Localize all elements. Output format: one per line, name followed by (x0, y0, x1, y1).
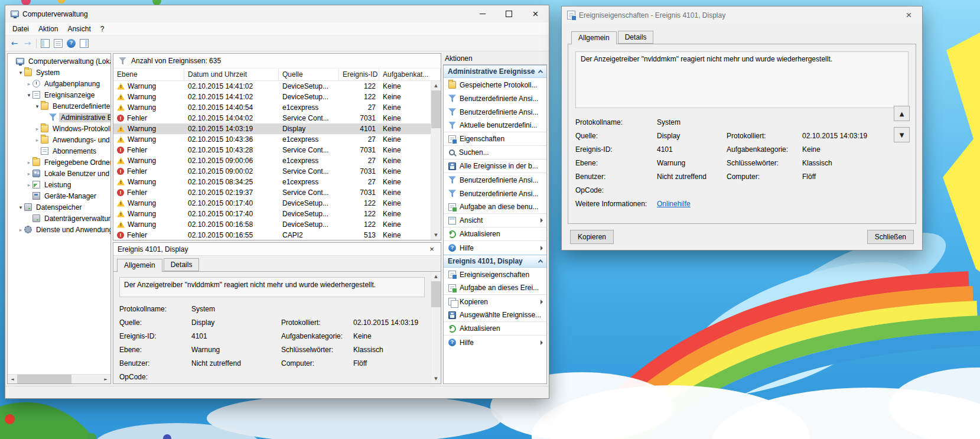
show-action-pane-icon[interactable] (80, 39, 89, 48)
expander-icon[interactable] (34, 103, 41, 109)
action-item[interactable]: Ausgewählte Ereignisse... (444, 308, 546, 322)
horizontal-scrollbar[interactable]: ◄ ► (8, 374, 110, 383)
titlebar[interactable]: Computerverwaltung (5, 5, 549, 22)
expander-icon[interactable] (34, 126, 41, 132)
expander-icon[interactable] (34, 137, 41, 143)
expander-icon[interactable] (25, 171, 32, 177)
expander-icon[interactable] (17, 227, 24, 233)
event-row[interactable]: Fehler 02.10.2015 10:43:28 Service Cont.… (113, 145, 431, 155)
desktop-icon[interactable] (5, 414, 15, 424)
action-item[interactable]: Aufgabe an dieses Erei... (444, 281, 546, 295)
tab-details[interactable]: Details (164, 258, 200, 271)
action-item[interactable]: Benutzerdefinierte Ansi... (444, 92, 546, 105)
action-item[interactable]: Hilfe (444, 336, 546, 349)
close-icon[interactable] (896, 6, 922, 24)
menu-item[interactable]: ? (96, 23, 109, 35)
close-button[interactable]: Schließen (867, 230, 914, 244)
expander-icon[interactable] (25, 160, 32, 165)
action-item[interactable]: Kopieren (444, 295, 546, 308)
expander-icon[interactable] (17, 204, 24, 210)
show-console-tree-icon[interactable] (41, 39, 50, 48)
scroll-right-icon[interactable]: ► (101, 375, 110, 384)
column-header-ebene[interactable]: Ebene (113, 69, 184, 80)
action-item[interactable]: Benutzerdefinierte Ansi... (444, 105, 546, 119)
tab-details[interactable]: Details (618, 31, 654, 44)
forward-icon[interactable] (23, 39, 32, 48)
tree-item[interactable]: Benutzerdefinierte A (8, 100, 110, 112)
menu-item[interactable]: Ansicht (63, 23, 95, 35)
vertical-scrollbar[interactable]: ▲ ▼ (431, 81, 441, 240)
tree-item[interactable]: Lokale Benutzer und Gr (8, 168, 110, 179)
expander-icon[interactable] (25, 81, 32, 87)
tree-item[interactable]: Leistung (8, 179, 110, 190)
menu-item[interactable]: Datei (8, 23, 34, 35)
actions-section-header[interactable]: Administrative Ereignisse (444, 65, 546, 78)
vertical-scrollbar[interactable]: ▲ ▼ (431, 272, 441, 383)
column-header-datum[interactable]: Datum und Uhrzeit (184, 69, 279, 80)
export-list-icon[interactable] (54, 39, 63, 48)
minimize-icon[interactable] (469, 5, 496, 22)
scroll-up-icon[interactable]: ▲ (431, 81, 441, 90)
event-row[interactable]: Warnung 02.10.2015 10:43:36 e1cexpress 2… (113, 134, 431, 145)
tree-item[interactable]: Administrative E (8, 112, 110, 123)
action-item[interactable]: Aufgabe an diese benu... (444, 200, 546, 214)
action-item[interactable]: Aktualisieren (444, 322, 546, 336)
event-row[interactable]: Warnung 02.10.2015 14:40:54 e1cexpress 2… (113, 102, 431, 113)
action-item[interactable]: Hilfe (444, 241, 546, 255)
action-item[interactable]: Ereigniseigenschaften (444, 268, 546, 281)
scrollbar-thumb[interactable] (17, 375, 71, 384)
action-item[interactable]: Alle Ereignisse in der b... (444, 160, 546, 173)
titlebar[interactable]: Ereigniseigenschaften - Ereignis 4101, D… (562, 6, 922, 24)
tree-item[interactable]: Abonnements (8, 145, 110, 157)
action-item[interactable]: Gespeicherte Protokoll... (444, 78, 546, 92)
tab-allgemein[interactable]: Allgemein (571, 31, 617, 44)
event-row[interactable]: Warnung 02.10.2015 14:03:19 Display 4101… (113, 123, 431, 134)
scroll-down-icon[interactable]: ▼ (431, 374, 441, 383)
previous-event-button[interactable]: ▲ (894, 106, 910, 121)
expander-icon[interactable] (25, 92, 32, 98)
action-item[interactable]: Ansicht (444, 214, 546, 227)
close-icon[interactable]: × (427, 245, 437, 253)
actions-section-header[interactable]: Ereignis 4101, Display (444, 255, 546, 268)
event-row[interactable]: Warnung 02.10.2015 14:41:02 DeviceSetup.… (113, 92, 431, 102)
action-item[interactable]: Aktualisieren (444, 227, 546, 241)
event-row[interactable]: Warnung 02.10.2015 14:41:02 DeviceSetup.… (113, 81, 431, 92)
tree-item[interactable]: System (8, 67, 110, 78)
tree-item[interactable]: Datenträgerverwaltung (8, 213, 110, 224)
tree-item[interactable]: Computerverwaltung (Lokal) (8, 56, 110, 67)
maximize-icon[interactable] (496, 5, 522, 22)
scrollbar-track[interactable] (431, 281, 441, 374)
tree-item[interactable]: Freigegebene Ordner (8, 157, 110, 168)
expander-icon[interactable] (17, 70, 24, 76)
scrollbar-thumb[interactable] (431, 281, 441, 307)
scrollbar-track[interactable] (431, 90, 441, 230)
help-icon[interactable] (67, 39, 76, 48)
event-row[interactable]: Fehler 02.10.2015 02:19:37 Service Cont.… (113, 187, 431, 198)
tree-item[interactable]: Anwendungs- und D (8, 134, 110, 145)
event-row[interactable]: Fehler 02.10.2015 09:00:02 Service Cont.… (113, 166, 431, 177)
column-header-quelle[interactable]: Quelle (279, 69, 339, 80)
action-item[interactable]: Benutzerdefinierte Ansi... (444, 187, 546, 200)
action-item[interactable]: Suchen... (444, 146, 546, 160)
column-header-ereignis-id[interactable]: Ereignis-ID (339, 69, 379, 80)
event-row[interactable]: Warnung 02.10.2015 08:34:25 e1cexpress 2… (113, 177, 431, 187)
online-help-link[interactable]: Onlinehilfe (657, 200, 727, 209)
scrollbar-thumb[interactable] (431, 90, 441, 128)
event-row[interactable]: Warnung 02.10.2015 00:17:40 DeviceSetup.… (113, 209, 431, 219)
event-row[interactable]: Warnung 02.10.2015 00:16:58 DeviceSetup.… (113, 219, 431, 230)
action-item[interactable]: Benutzerdefinierte Ansi... (444, 173, 546, 187)
tree-item[interactable]: Datenspeicher (8, 201, 110, 213)
copy-button[interactable]: Kopieren (570, 230, 614, 244)
event-row[interactable]: Fehler 02.10.2015 14:04:02 Service Cont.… (113, 113, 431, 123)
event-row[interactable]: Warnung 02.10.2015 00:17:40 DeviceSetup.… (113, 198, 431, 209)
tree-item[interactable]: Windows-Protokolle (8, 123, 110, 134)
event-row[interactable]: Warnung 02.10.2015 09:00:06 e1cexpress 2… (113, 155, 431, 166)
expander-icon[interactable] (25, 182, 32, 188)
action-item[interactable]: Eigenschaften (444, 132, 546, 146)
scrollbar-track[interactable] (17, 375, 101, 384)
close-icon[interactable] (522, 5, 549, 22)
menu-item[interactable]: Aktion (34, 23, 63, 35)
next-event-button[interactable]: ▼ (894, 127, 910, 142)
action-item[interactable]: Aktuelle benutzerdefini... (444, 119, 546, 132)
event-row[interactable]: Fehler 02.10.2015 00:16:55 CAPI2 513 Kei… (113, 230, 431, 240)
